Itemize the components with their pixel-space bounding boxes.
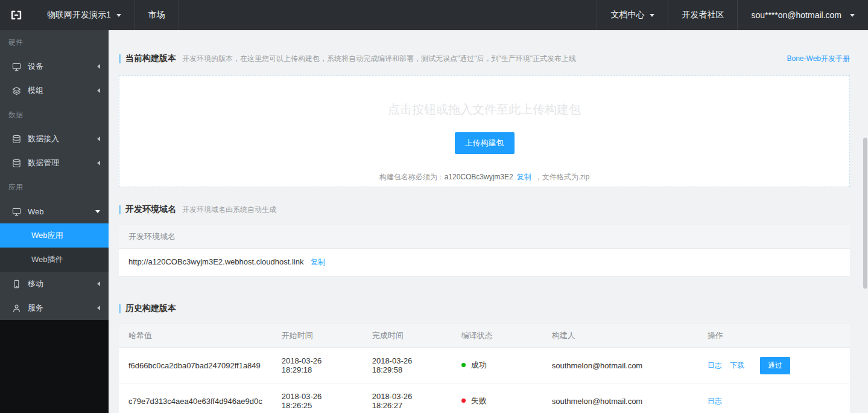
sidebar-item-service[interactable]: 服务: [0, 296, 109, 320]
package-name-note: 构建包名称必须为：a120COBc3wyjm3E2复制，文件格式为.zip: [379, 172, 590, 182]
sidebar-item-label: 服务: [28, 303, 43, 313]
copy-package-name-link[interactable]: 复制: [517, 173, 531, 181]
nav-market[interactable]: 市场: [135, 0, 179, 30]
sidebar-item-label: Web应用: [31, 230, 63, 241]
nav-doc-center[interactable]: 文档中心: [597, 0, 668, 30]
chevron-left-icon: [97, 64, 100, 69]
column-header-status: 编译状态: [452, 324, 542, 348]
sidebar: 硬件 设备 模组 数据 数据接入 数据: [0, 30, 109, 413]
upload-button[interactable]: 上传构建包: [455, 132, 515, 154]
sidebar-menu: 硬件 设备 模组 数据 数据接入 数据: [0, 30, 109, 320]
dev-domain-url: http://a120COBc3wyjm3E2.webhost.cloudhos…: [128, 257, 304, 266]
section-build-history: 历史构建版本: [119, 302, 850, 315]
account-menu[interactable]: sou****on@hotmail.com: [737, 0, 868, 30]
database-icon: [12, 159, 21, 168]
scrollbar-track: [863, 30, 868, 413]
history-table: 哈希值 开始时间 完成时间 编译状态 构建人 操作 f6d66bc0ca2dba…: [119, 324, 850, 413]
person-icon: [12, 304, 21, 313]
navbar-right: 文档中心 开发者社区 sou****on@hotmail.com: [597, 0, 868, 30]
section-description: 开发环境的版本，在这里您可以上传构建包，系统将自动完成编译和部署，测试无误点"通…: [182, 54, 576, 64]
nav-dev-community-label: 开发者社区: [682, 10, 724, 21]
builder-email: southmelon@hotmail.com: [542, 383, 698, 413]
database-icon: [12, 135, 21, 144]
section-title: 历史构建版本: [125, 303, 176, 314]
sidebar-item-label: 设备: [28, 61, 43, 72]
column-header-end: 完成时间: [363, 324, 452, 348]
nav-dev-community[interactable]: 开发者社区: [668, 0, 737, 30]
chevron-down-icon: [116, 14, 121, 17]
section-dev-domain: 开发环境域名 开发环境域名由系统自动生成: [119, 203, 850, 216]
nav-market-label: 市场: [148, 10, 165, 21]
column-header-domain: 开发环境域名: [119, 225, 850, 249]
chevron-left-icon: [97, 281, 100, 286]
status-dot-fail: [461, 399, 466, 403]
brand-logo[interactable]: [0, 0, 34, 30]
chevron-down-icon: [850, 14, 855, 17]
domain-table: 开发环境域名 http://a120COBc3wyjm3E2.webhost.c…: [119, 225, 850, 277]
copy-domain-link[interactable]: 复制: [311, 258, 325, 266]
status-dot-success: [461, 363, 466, 367]
project-switcher[interactable]: 物联网开发演示1: [34, 0, 135, 30]
chevron-left-icon: [97, 136, 100, 141]
sidebar-item-data-access[interactable]: 数据接入: [0, 127, 109, 151]
chevron-left-icon: [97, 161, 100, 165]
sidebar-group-hardware: 硬件: [0, 30, 109, 54]
sidebar-item-label: 移动: [28, 278, 43, 289]
sidebar-item-label: Web: [28, 207, 44, 216]
section-description: 开发环境域名由系统自动生成: [182, 205, 276, 215]
note-suffix: ，文件格式为.zip: [535, 173, 590, 181]
upload-placeholder-text: 点击按钮或拖入文件至此上传构建包: [388, 101, 581, 118]
table-header-row: 哈希值 开始时间 完成时间 编译状态 构建人 操作: [119, 324, 850, 348]
section-accent-bar: [119, 205, 121, 214]
package-name: a120COBc3wyjm3E2: [445, 173, 513, 181]
sidebar-item-label: Web插件: [31, 254, 63, 265]
download-link[interactable]: 下载: [730, 361, 744, 370]
log-link[interactable]: 日志: [708, 397, 722, 405]
sidebar-item-data-manage[interactable]: 数据管理: [0, 151, 109, 175]
column-header-builder: 构建人: [542, 324, 698, 348]
sidebar-item-web-app[interactable]: Web应用: [0, 223, 109, 248]
sidebar-item-module[interactable]: 模组: [0, 78, 109, 103]
sidebar-item-web-plugin[interactable]: Web插件: [0, 248, 109, 272]
project-name: 物联网开发演示1: [47, 10, 111, 21]
sidebar-item-label: 模组: [28, 85, 43, 96]
build-end-time: 2018-03-26 18:26:27: [363, 383, 452, 413]
mobile-icon: [12, 280, 21, 289]
column-header-actions: 操作: [698, 324, 850, 348]
build-start-time: 2018-03-26 18:26:25: [272, 383, 363, 413]
section-title: 开发环境域名: [125, 204, 176, 215]
sidebar-group-app: 应用: [0, 175, 109, 199]
table-row: f6d66bc0ca2dba07bad247092ff1a849 2018-03…: [119, 348, 850, 383]
sidebar-item-web[interactable]: Web: [0, 199, 109, 223]
monitor-icon: [12, 207, 21, 216]
builder-email: southmelon@hotmail.com: [542, 348, 698, 383]
note-prefix: 构建包名称必须为：: [379, 173, 445, 181]
module-icon: [12, 86, 21, 95]
sidebar-group-data: 数据: [0, 103, 109, 127]
pass-button[interactable]: 通过: [760, 357, 790, 374]
column-header-start: 开始时间: [272, 324, 363, 348]
chevron-down-icon: [650, 14, 654, 17]
status-label: 成功: [471, 360, 487, 370]
main-content: 当前构建版本 开发环境的版本，在这里您可以上传构建包，系统将自动完成编译和部署，…: [109, 30, 868, 413]
build-start-time: 2018-03-26 18:29:18: [272, 348, 363, 383]
nav-doc-center-label: 文档中心: [610, 10, 644, 21]
sidebar-item-device[interactable]: 设备: [0, 54, 109, 78]
build-hash: f6d66bc0ca2dba07bad247092ff1a849: [119, 348, 272, 383]
scrollbar-thumb[interactable]: [863, 138, 867, 289]
iot-logo-icon: [8, 7, 24, 23]
sidebar-item-mobile[interactable]: 移动: [0, 272, 109, 296]
device-icon: [12, 62, 21, 71]
upload-dropzone[interactable]: 点击按钮或拖入文件至此上传构建包 上传构建包 构建包名称必须为：a120COBc…: [119, 75, 850, 187]
chevron-down-icon: [95, 210, 100, 213]
section-current-build: 当前构建版本 开发环境的版本，在这里您可以上传构建包，系统将自动完成编译和部署，…: [119, 52, 850, 65]
table-row: c79e7d313c4aea40e63ff4d946ae9d0c 2018-03…: [119, 383, 850, 413]
section-title: 当前构建版本: [125, 53, 176, 64]
build-hash: c79e7d313c4aea40e63ff4d946ae9d0c: [119, 383, 272, 413]
status-label: 失败: [471, 396, 487, 405]
log-link[interactable]: 日志: [708, 361, 722, 370]
navbar-left: 物联网开发演示1 市场: [0, 0, 179, 30]
account-email: sou****on@hotmail.com: [751, 10, 841, 20]
bone-web-manual-link[interactable]: Bone-Web开发手册: [787, 54, 850, 64]
build-end-time: 2018-03-26 18:29:58: [363, 348, 452, 383]
